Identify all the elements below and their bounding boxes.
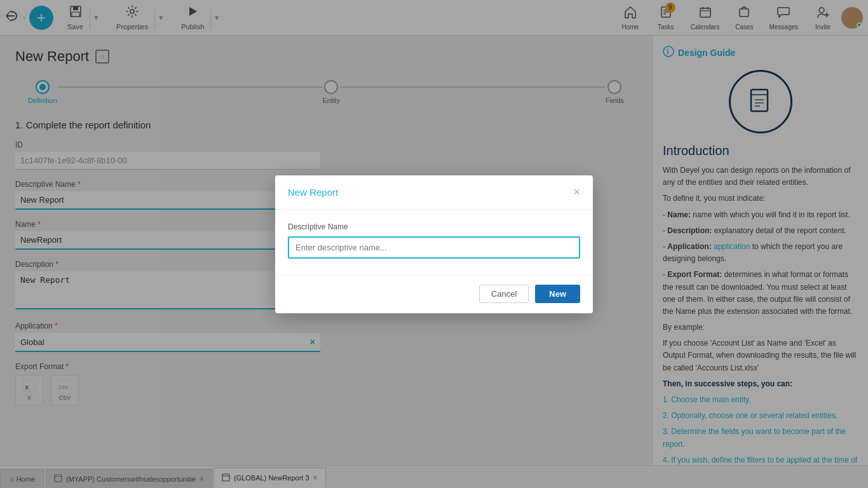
modal-body: Descriptive Name bbox=[275, 210, 593, 265]
new-report-modal: New Report × Descriptive Name Cancel New bbox=[275, 175, 593, 313]
modal-close-button[interactable]: × bbox=[573, 186, 580, 199]
new-button[interactable]: New bbox=[535, 285, 580, 303]
modal-title: New Report bbox=[288, 187, 338, 198]
cancel-button[interactable]: Cancel bbox=[479, 285, 529, 303]
modal-descriptive-name-label: Descriptive Name bbox=[288, 222, 580, 231]
modal-overlay[interactable]: New Report × Descriptive Name Cancel New bbox=[0, 0, 868, 488]
modal-footer: Cancel New bbox=[275, 275, 593, 313]
modal-descriptive-name-input[interactable] bbox=[288, 236, 580, 259]
modal-header: New Report × bbox=[275, 175, 593, 210]
